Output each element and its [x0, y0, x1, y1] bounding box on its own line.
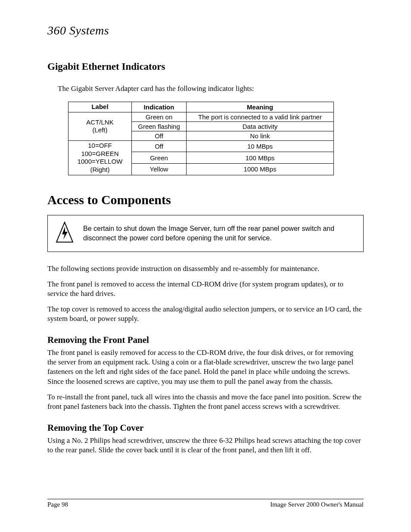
th-label: Label — [68, 102, 132, 112]
table-header-row: Label Indication Meaning — [68, 102, 334, 112]
body-paragraph: The top cover is removed to access the a… — [47, 305, 364, 324]
cell-indication: Yellow — [132, 164, 187, 175]
body-paragraph: The front panel is easily removed for ac… — [47, 348, 364, 386]
section-heading-gigabit: Gigabit Ethernet Indicators — [47, 61, 364, 72]
label-actlnk: ACT/LNK (Left) — [68, 112, 132, 140]
cell-meaning: The port is connected to a valid link pa… — [187, 112, 334, 121]
warning-text: Be certain to shut down the Image Server… — [83, 224, 355, 243]
table-row: 10=OFF 100=GREEN 1000=YELLOW (Right) Off… — [68, 140, 334, 152]
table-row: ACT/LNK (Left) Green on The port is conn… — [68, 112, 334, 121]
sub-heading-top-cover: Removing the Top Cover — [47, 423, 364, 433]
label-line: 10=OFF — [88, 142, 112, 149]
cell-meaning: 1000 MBps — [187, 164, 334, 175]
footer-page-number: Page 98 — [47, 501, 68, 508]
cell-meaning: No link — [187, 131, 334, 140]
cell-indication: Off — [132, 131, 187, 140]
brand-logo: 360 Systems — [47, 24, 364, 37]
footer-doc-title: Image Server 2000 Owner's Manual — [270, 501, 364, 508]
body-paragraph: The front panel is removed to access the… — [47, 280, 364, 299]
indicator-table: Label Indication Meaning ACT/LNK (Left) … — [68, 102, 334, 175]
cell-indication: Off — [132, 140, 187, 152]
label-line: (Left) — [92, 126, 107, 134]
page-footer: Page 98 Image Server 2000 Owner's Manual — [47, 499, 364, 508]
warning-box: Be certain to shut down the Image Server… — [47, 215, 364, 252]
cell-meaning: 100 MBps — [187, 152, 334, 164]
chapter-heading-access: Access to Components — [47, 193, 364, 207]
page: 360 Systems Gigabit Ethernet Indicators … — [0, 0, 411, 532]
body-paragraph: To re-install the front panel, tuck all … — [47, 392, 364, 411]
cell-meaning: 10 MBps — [187, 140, 334, 152]
cell-indication: Green flashing — [132, 121, 187, 131]
label-line: 100=GREEN — [81, 150, 118, 157]
th-indication: Indication — [132, 102, 187, 112]
label-line: ACT/LNK — [86, 118, 113, 126]
label-line: 1000=YELLOW — [78, 158, 123, 165]
body-paragraph: Using a No. 2 Philips head screwdriver, … — [47, 436, 364, 455]
high-voltage-icon — [56, 221, 74, 246]
body-paragraph: The following sections provide instructi… — [47, 264, 364, 274]
cell-indication: Green — [132, 152, 187, 164]
cell-meaning: Data activity — [187, 121, 334, 131]
intro-text: The Gigabit Server Adapter card has the … — [58, 84, 364, 93]
sub-heading-front-panel: Removing the Front Panel — [47, 335, 364, 345]
th-meaning: Meaning — [187, 102, 334, 112]
label-line: (Right) — [90, 166, 109, 173]
label-speed: 10=OFF 100=GREEN 1000=YELLOW (Right) — [68, 140, 132, 175]
cell-indication: Green on — [132, 112, 187, 121]
